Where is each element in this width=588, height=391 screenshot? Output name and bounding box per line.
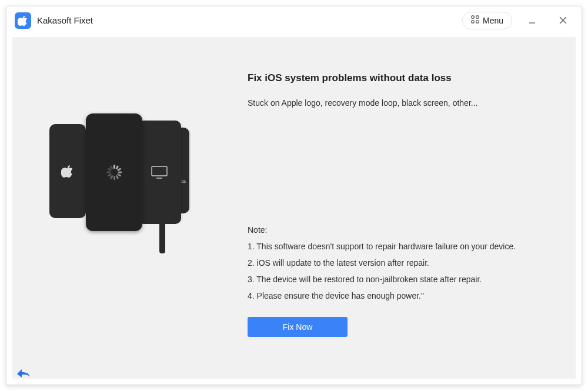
- loading-spinner-icon: [106, 165, 122, 180]
- note-item: 3. The device will be restored to non-ja…: [248, 275, 546, 284]
- note-item: 2. iOS will update to the latest version…: [248, 258, 546, 268]
- note-item: 1. This software doesn't support to repa…: [248, 242, 546, 251]
- info-pane: Fix iOS system problems without data los…: [230, 37, 576, 379]
- content-area: data: [12, 37, 576, 379]
- app-logo-icon: [15, 12, 31, 29]
- close-button[interactable]: [552, 10, 573, 31]
- svg-rect-2: [472, 21, 474, 23]
- phone-card-loading: [86, 113, 142, 231]
- svg-rect-7: [152, 166, 167, 176]
- back-button[interactable]: [12, 363, 35, 382]
- minimize-button[interactable]: [522, 10, 543, 31]
- phone-card-apple-logo: [49, 124, 86, 218]
- svg-rect-3: [476, 21, 479, 23]
- cable-icon: [159, 212, 165, 253]
- illustration-pane: data: [12, 37, 230, 379]
- page-heading: Fix iOS system problems without data los…: [248, 72, 546, 84]
- titlebar: Kakasoft Fixet Menu: [6, 6, 582, 35]
- note-list: 1. This software doesn't support to repa…: [248, 242, 546, 300]
- fix-now-button[interactable]: Fix Now: [248, 317, 348, 337]
- note-item: 4. Please ensure the device has enough p…: [248, 291, 546, 300]
- menu-label: Menu: [483, 16, 503, 25]
- app-window: Kakasoft Fixet Menu data: [6, 6, 582, 385]
- phone-card-itunes: [138, 121, 181, 224]
- svg-rect-1: [476, 16, 479, 18]
- menu-button[interactable]: Menu: [462, 12, 512, 29]
- page-subtext: Stuck on Apple logo, recovery mode loop,…: [248, 98, 546, 108]
- svg-rect-0: [472, 16, 474, 18]
- note-label: Note:: [248, 225, 546, 235]
- menu-grid-icon: [471, 15, 479, 25]
- app-title: Kakasoft Fixet: [37, 15, 93, 25]
- phone-illustration: data: [45, 105, 198, 270]
